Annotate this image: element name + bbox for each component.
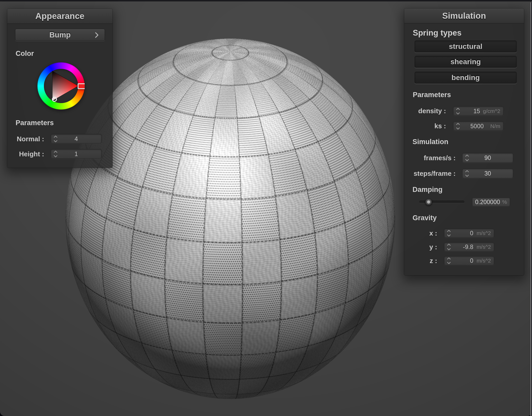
gravity-x-spin-arrows-icon[interactable] [447,229,452,238]
color-section-label: Color [16,50,34,58]
sv-triangle[interactable] [37,62,85,110]
damping-value-box[interactable]: % 0.200000 [472,197,510,206]
color-wheel[interactable] [37,62,85,110]
shearing-button-label: shearing [450,58,481,66]
gravity-z-label: z : [430,257,437,265]
gravity-x-value: 0 [470,230,473,237]
appearance-window-title: Appearance [35,11,84,21]
density-spin-arrows-icon[interactable] [456,106,461,116]
structural-toggle-button[interactable]: structural [415,41,517,52]
frames-value: 90 [484,155,491,162]
ks-units: N/m [490,123,501,129]
steps-spin-arrows-icon[interactable] [465,169,470,178]
simulation-window-titlebar[interactable]: Simulation [404,9,524,24]
gravity-x-label: x : [429,229,437,237]
spring-types-label: Spring types [413,28,462,38]
gravity-x-units: m/s^2 [477,230,491,236]
ks-row-label: ks : [434,122,446,130]
gravity-z-value: 0 [470,257,473,264]
damping-slider-knob[interactable] [425,199,432,205]
simulation-parameters-label: Parameters [413,91,451,99]
ks-value: 5000 [470,123,484,130]
gravity-y-spinbox[interactable]: m/s^2 -9.8 [444,242,494,252]
bending-toggle-button[interactable]: bending [415,72,517,84]
damping-units: % [502,199,507,205]
simulation-window-title: Simulation [442,11,486,21]
ks-spinbox[interactable]: N/m 5000 [453,121,504,131]
ks-spin-arrows-icon[interactable] [456,122,461,131]
appearance-window: Appearance Bump Color [7,9,112,168]
density-units: g/cm^2 [483,108,500,114]
frames-spin-arrows-icon[interactable] [465,153,470,163]
steps-value: 30 [484,170,491,177]
clothsim-app: Appearance Bump Color [0,0,532,416]
height-row-label: Height : [19,150,44,158]
hue-marker-icon[interactable] [78,84,85,89]
window-top-edge [0,0,532,1]
height-spin-arrows-icon[interactable] [53,149,59,158]
density-spinbox[interactable]: g/cm^2 15 [453,106,504,116]
damping-label: Damping [413,186,443,194]
gravity-z-spin-arrows-icon[interactable] [447,256,452,265]
gravity-z-spinbox[interactable]: m/s^2 0 [444,256,494,265]
normal-spinbox[interactable]: 4 [51,134,102,144]
density-row-label: density : [418,107,446,115]
gravity-y-value: -9.8 [463,244,473,251]
height-spin-value: 1 [75,150,78,157]
gravity-y-spin-arrows-icon[interactable] [447,243,452,251]
bending-button-label: bending [451,73,480,82]
gravity-y-units: m/s^2 [477,244,491,250]
gravity-y-label: y : [429,243,437,251]
bump-dropdown-button[interactable]: Bump [15,29,105,41]
frames-spinbox[interactable]: 90 [462,153,513,163]
normal-spin-arrows-icon[interactable] [53,134,59,143]
normal-spin-value: 4 [75,135,78,142]
bump-dropdown-label: Bump [49,31,71,39]
density-value: 15 [473,108,480,115]
gravity-x-spinbox[interactable]: m/s^2 0 [444,229,494,238]
steps-spinbox[interactable]: 30 [462,169,513,178]
gravity-label: Gravity [413,214,437,222]
simulation-section-label: Simulation [413,138,448,146]
steps-row-label: steps/frame : [414,170,456,178]
structural-button-label: structural [449,42,482,50]
gravity-z-units: m/s^2 [477,258,491,264]
normal-row-label: Normal : [17,135,44,143]
appearance-parameters-label: Parameters [16,119,54,127]
damping-value: 0.200000 [475,198,500,205]
simulation-window: Simulation Spring types structural shear… [404,9,524,275]
appearance-window-titlebar[interactable]: Appearance [7,9,112,24]
shearing-toggle-button[interactable]: shearing [415,56,517,68]
frames-row-label: frames/s : [424,154,456,162]
height-spinbox[interactable]: 1 [51,149,102,159]
chevron-right-icon [94,32,99,38]
